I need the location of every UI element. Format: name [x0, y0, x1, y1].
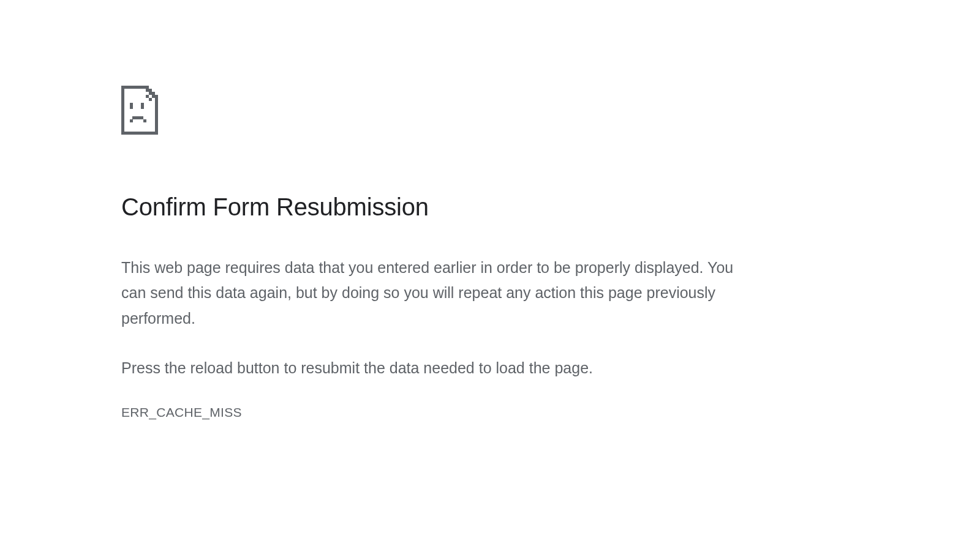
svg-rect-9	[152, 95, 155, 98]
svg-rect-1	[121, 132, 158, 135]
error-code: ERR_CACHE_MISS	[121, 405, 747, 420]
svg-rect-14	[141, 103, 144, 109]
svg-rect-2	[155, 98, 158, 135]
explanation-paragraph-1: This web page requires data that you ent…	[121, 255, 740, 331]
svg-rect-17	[143, 119, 146, 122]
svg-rect-10	[155, 95, 158, 98]
svg-rect-11	[146, 95, 149, 98]
svg-rect-15	[132, 116, 143, 119]
svg-rect-0	[121, 86, 124, 135]
svg-rect-7	[149, 92, 152, 95]
svg-rect-6	[149, 89, 152, 92]
svg-rect-3	[121, 86, 146, 89]
error-page: Confirm Form Resubmission This web page …	[0, 0, 747, 420]
svg-rect-16	[130, 119, 133, 122]
svg-rect-12	[149, 98, 152, 101]
sad-document-icon	[121, 86, 158, 135]
page-title: Confirm Form Resubmission	[121, 192, 747, 222]
svg-rect-5	[146, 89, 149, 92]
explanation-paragraph-2: Press the reload button to resubmit the …	[121, 356, 740, 381]
svg-rect-8	[152, 92, 155, 95]
svg-rect-13	[130, 103, 133, 109]
svg-rect-4	[146, 86, 149, 89]
